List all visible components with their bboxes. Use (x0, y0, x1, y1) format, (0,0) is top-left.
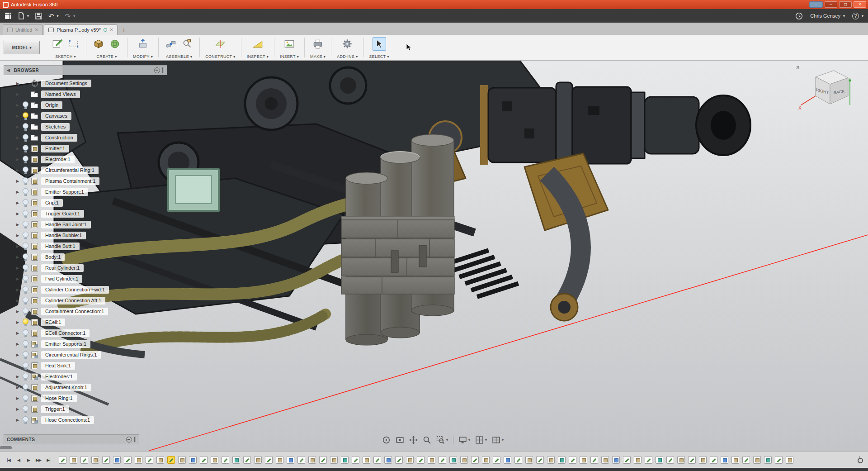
expand-arrow-icon[interactable]: ▶ (16, 255, 23, 259)
browser-item[interactable]: ▶ ECell Connector:1 (4, 328, 167, 338)
timeline-feature-icon[interactable] (91, 456, 99, 464)
create-solid-icon[interactable] (92, 37, 105, 51)
help-menu[interactable]: ? (852, 13, 863, 19)
3d-viewport[interactable]: RIGHT BACK X ◀ BROWSER ▶ Document Settin… (0, 61, 868, 452)
make-3d-print-icon[interactable] (311, 37, 325, 51)
timeline-feature-icon[interactable] (547, 456, 555, 464)
timeline-feature-icon[interactable] (677, 456, 685, 464)
expand-arrow-icon[interactable]: ▶ (16, 125, 23, 129)
visibility-bulb-icon[interactable] (23, 307, 28, 316)
timeline-feature-icon[interactable] (634, 456, 642, 464)
timeline-feature-icon[interactable] (536, 456, 544, 464)
timeline-play-button[interactable]: ▶ (24, 456, 33, 464)
timeline-feature-icon[interactable] (113, 456, 121, 464)
viewcube[interactable]: RIGHT BACK X (794, 63, 857, 118)
panel-display-toggle-icon[interactable] (126, 437, 132, 442)
grid-and-snaps-button[interactable] (475, 436, 487, 444)
timeline-feature-icon[interactable] (482, 456, 490, 464)
visibility-bulb-icon[interactable] (23, 340, 28, 348)
expand-arrow-icon[interactable]: ▶ (16, 288, 23, 292)
browser-item[interactable]: ▶ Sketches (4, 121, 167, 132)
timeline-feature-icon[interactable] (178, 456, 186, 464)
expand-arrow-icon[interactable]: ▶ (16, 81, 23, 86)
expand-arrow-icon[interactable]: ▶ (16, 136, 23, 140)
timeline-feature-icon[interactable] (590, 456, 598, 464)
user-account-menu[interactable]: Chris Gensey (810, 13, 845, 19)
redo-button[interactable]: ↷ (65, 13, 75, 19)
browser-panel-header[interactable]: ◀ BROWSER (4, 65, 167, 75)
timeline-feature-icon[interactable] (775, 456, 783, 464)
browser-item[interactable]: ▶ ECell:1 (4, 317, 167, 328)
expand-arrow-icon[interactable]: ▶ (16, 223, 23, 227)
timeline-feature-icon[interactable] (341, 456, 349, 464)
browser-item[interactable]: ▶ Construction (4, 132, 167, 143)
timeline-feature-icon[interactable] (308, 456, 316, 464)
timeline-feature-icon[interactable] (449, 456, 457, 464)
timeline-feature-icon[interactable] (384, 456, 392, 464)
expand-arrow-icon[interactable]: ▶ (16, 309, 23, 314)
timeline-feature-icon[interactable] (786, 456, 793, 464)
app-grid-menu-icon[interactable] (5, 12, 12, 19)
timeline-feature-icon[interactable] (525, 456, 533, 464)
browser-item[interactable]: ▶ Named Views (4, 89, 167, 100)
new-component-icon[interactable] (164, 37, 178, 51)
browser-item[interactable]: ▶ Circumferential Rings:1 (4, 349, 167, 360)
timeline-feature-icon[interactable] (406, 456, 414, 464)
expand-arrow-icon[interactable]: ▶ (16, 179, 23, 183)
timeline-feature-icon[interactable] (243, 456, 251, 464)
timeline-feature-icon[interactable] (428, 456, 435, 464)
timeline-feature-icon[interactable] (189, 456, 197, 464)
tab-untitled[interactable]: Untitled × (3, 24, 42, 35)
horizontal-scrollbar-thumb[interactable] (0, 446, 12, 449)
expand-arrow-icon[interactable]: ▶ (16, 364, 23, 368)
sketch-menu[interactable]: SKETCH (55, 54, 76, 59)
timeline-feature-icon[interactable] (232, 456, 240, 464)
select-menu[interactable]: SELECT (369, 54, 389, 59)
addins-gear-icon[interactable] (340, 37, 354, 51)
timeline-skip-end-button[interactable]: ▶| (44, 456, 52, 464)
addins-menu[interactable]: ADD-INS (337, 54, 358, 59)
visibility-bulb-icon[interactable] (23, 285, 28, 294)
press-pull-icon[interactable] (136, 37, 150, 51)
visibility-bulb-icon[interactable] (23, 253, 28, 262)
visibility-bulb-icon[interactable] (23, 101, 28, 109)
expand-arrow-icon[interactable]: ▶ (16, 266, 23, 270)
undo-button[interactable]: ↶ (48, 13, 59, 19)
timeline-feature-icon[interactable] (460, 456, 468, 464)
select-tool-icon[interactable] (373, 37, 386, 51)
timeline-feature-icon[interactable] (254, 456, 262, 464)
browser-item[interactable]: ▶ Canvases (4, 110, 167, 121)
timeline-feature-icon[interactable] (721, 456, 728, 464)
timeline-skip-start-button[interactable]: |◀ (5, 456, 13, 464)
timeline-feature-icon[interactable] (612, 456, 620, 464)
timeline-feature-icon[interactable] (222, 456, 229, 464)
expand-arrow-icon[interactable]: ▶ (16, 396, 23, 400)
timeline-feature-icon[interactable] (439, 456, 446, 464)
expand-arrow-icon[interactable]: ▶ (16, 407, 23, 411)
visibility-bulb-icon[interactable] (23, 351, 28, 359)
expand-arrow-icon[interactable]: ▶ (16, 92, 23, 96)
expand-arrow-icon[interactable]: ▶ (16, 114, 23, 118)
visibility-bulb-icon[interactable] (23, 123, 28, 131)
visibility-bulb-icon[interactable] (23, 242, 28, 251)
visibility-bulb-icon[interactable] (23, 112, 28, 120)
browser-item[interactable]: ▶ Electrode:1 (4, 154, 167, 165)
expand-arrow-icon[interactable]: ▶ (16, 418, 23, 422)
timeline-feature-icon[interactable] (265, 456, 273, 464)
browser-item[interactable]: ▶ Heat Sink:1 (4, 360, 167, 371)
maximize-button[interactable]: □ (839, 1, 852, 8)
timeline-feature-icon[interactable] (330, 456, 338, 464)
timeline-feature-icon[interactable] (146, 456, 153, 464)
browser-item[interactable]: ▶ Adjustment Knob:1 (4, 382, 167, 393)
expand-arrow-icon[interactable]: ▶ (16, 190, 23, 194)
timeline-step-forward-button[interactable]: ▶▶ (34, 456, 42, 464)
visibility-bulb-icon[interactable] (23, 362, 28, 370)
browser-item[interactable]: ▶ Plasma Containment:1 (4, 176, 167, 186)
timeline-feature-icon[interactable] (276, 456, 283, 464)
timeline-feature-icon[interactable] (645, 456, 652, 464)
workspace-selector-model[interactable]: MODEL (4, 41, 40, 54)
browser-item[interactable]: ▶ Electrodes:1 (4, 371, 167, 382)
browser-item[interactable]: ▶ Cylinder Connection Fwd:1 (4, 284, 167, 295)
visibility-bulb-icon[interactable] (23, 199, 28, 207)
close-button[interactable]: × (854, 1, 866, 8)
